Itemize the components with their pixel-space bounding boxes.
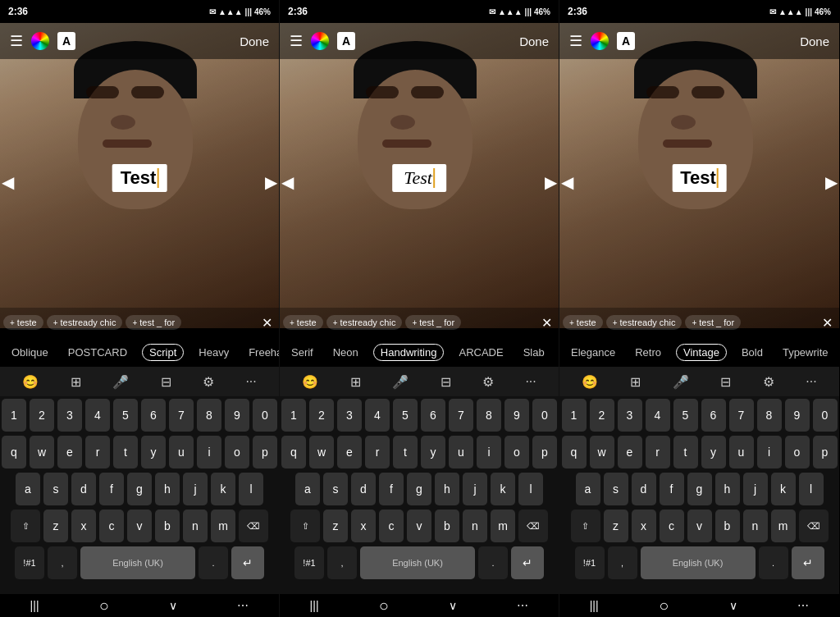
sticker-icon[interactable]: ⊟ [436, 371, 456, 393]
key[interactable]: n [743, 510, 768, 542]
key[interactable]: p [532, 436, 557, 468]
key[interactable]: q [562, 436, 587, 468]
key[interactable]: s [43, 473, 68, 505]
special-chars-key[interactable]: !#1 [294, 546, 324, 579]
key[interactable]: l [518, 473, 543, 505]
settings-icon[interactable]: ⚙ [198, 371, 219, 393]
key[interactable]: e [57, 436, 82, 468]
key[interactable]: b [435, 510, 459, 542]
font-style-icon[interactable]: A [57, 32, 75, 50]
key[interactable]: c [379, 510, 404, 542]
key[interactable]: a [16, 473, 40, 505]
key[interactable]: c [660, 510, 684, 542]
key[interactable]: 7 [449, 399, 473, 432]
key[interactable]: 9 [225, 399, 249, 432]
space-key[interactable]: English (UK) [641, 546, 756, 579]
saved-chip-1[interactable]: +testready chic [47, 315, 123, 330]
nav-apps[interactable]: ⋯ [237, 599, 249, 612]
text-overlay[interactable]: Test [112, 164, 167, 192]
key[interactable]: 6 [701, 399, 726, 432]
nav-apps[interactable]: ⋯ [797, 599, 809, 612]
key[interactable]: 5 [393, 399, 418, 432]
done-button[interactable]: Done [240, 34, 269, 48]
right-arrow[interactable]: ▶ [545, 172, 557, 192]
key[interactable]: y [701, 436, 726, 468]
clipboard-icon[interactable]: ⊞ [66, 371, 86, 393]
key[interactable]: z [604, 510, 628, 542]
key[interactable]: p [253, 436, 277, 468]
key[interactable]: 2 [30, 399, 54, 432]
enter-key[interactable]: ↵ [511, 546, 544, 579]
key[interactable]: p [813, 436, 838, 468]
key[interactable]: 0 [813, 399, 838, 432]
font-option-oblique[interactable]: Oblique [7, 344, 53, 361]
special-chars-key[interactable]: !#1 [15, 546, 44, 579]
key[interactable]: c [99, 510, 124, 542]
settings-icon[interactable]: ⚙ [758, 371, 779, 393]
enter-key[interactable]: ↵ [231, 546, 264, 579]
left-arrow[interactable]: ◀ [2, 172, 14, 192]
key[interactable]: 4 [85, 399, 110, 432]
key[interactable]: m [491, 510, 515, 542]
key[interactable]: r [365, 436, 390, 468]
key[interactable]: e [618, 436, 642, 468]
key[interactable]: 7 [729, 399, 754, 432]
key[interactable]: 1 [2, 399, 26, 432]
key[interactable]: d [71, 473, 96, 505]
saved-chip-1[interactable]: +testready chic [606, 315, 682, 330]
key[interactable]: v [407, 510, 431, 542]
key[interactable]: b [155, 510, 180, 542]
nav-back[interactable]: ∨ [169, 599, 177, 612]
key[interactable]: 2 [590, 399, 614, 432]
key[interactable]: g [407, 473, 431, 505]
key[interactable]: e [337, 436, 362, 468]
key[interactable]: t [113, 436, 138, 468]
emoji-icon[interactable]: 😊 [17, 371, 43, 393]
key[interactable]: i [197, 436, 221, 468]
nav-recent[interactable]: ||| [30, 599, 39, 612]
close-saved-bar-button[interactable]: ✕ [819, 315, 836, 331]
key[interactable]: w [309, 436, 334, 468]
key[interactable]: u [169, 436, 194, 468]
key[interactable]: q [2, 436, 26, 468]
period-key[interactable]: . [478, 546, 508, 579]
backspace-key[interactable]: ⌫ [518, 510, 548, 542]
emoji-icon[interactable]: 😊 [297, 371, 323, 393]
key[interactable]: h [715, 473, 740, 505]
font-option-slab[interactable]: Slab [518, 344, 550, 361]
enter-key[interactable]: ↵ [792, 546, 824, 579]
period-key[interactable]: . [199, 546, 228, 579]
key[interactable]: 3 [337, 399, 362, 432]
clipboard-icon[interactable]: ⊞ [345, 371, 366, 393]
key[interactable]: 6 [421, 399, 445, 432]
key[interactable]: m [771, 510, 796, 542]
menu-icon[interactable]: ☰ [290, 32, 303, 50]
comma-key[interactable]: , [327, 546, 357, 579]
key[interactable]: q [281, 436, 306, 468]
font-style-icon[interactable]: A [617, 32, 635, 50]
key[interactable]: 3 [57, 399, 82, 432]
key[interactable]: y [141, 436, 166, 468]
saved-chip-0[interactable]: +teste [283, 315, 323, 330]
key[interactable]: h [155, 473, 180, 505]
key[interactable]: u [449, 436, 473, 468]
font-option-handwriting[interactable]: Handwriting [373, 344, 445, 361]
key[interactable]: n [463, 510, 487, 542]
key[interactable]: k [771, 473, 796, 505]
space-key[interactable]: English (UK) [360, 546, 475, 579]
key[interactable]: 3 [618, 399, 642, 432]
key[interactable]: i [757, 436, 782, 468]
done-button[interactable]: Done [800, 34, 829, 48]
shift-key[interactable]: ⇧ [290, 510, 320, 542]
key[interactable]: 2 [309, 399, 334, 432]
settings-icon[interactable]: ⚙ [477, 371, 499, 393]
key[interactable]: v [127, 510, 152, 542]
left-arrow[interactable]: ◀ [561, 172, 573, 192]
key[interactable]: v [687, 510, 712, 542]
key[interactable]: i [477, 436, 501, 468]
font-option-retro[interactable]: Retro [630, 344, 666, 361]
right-arrow[interactable]: ▶ [265, 172, 277, 192]
shift-key[interactable]: ⇧ [571, 510, 600, 542]
key[interactable]: l [239, 473, 263, 505]
backspace-key[interactable]: ⌫ [799, 510, 829, 542]
